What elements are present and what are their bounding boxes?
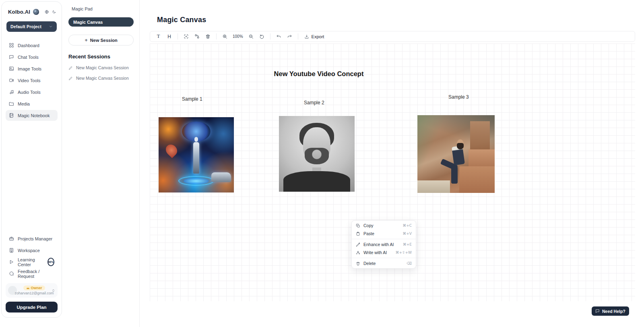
- sample-1-label[interactable]: Sample 1: [182, 96, 202, 102]
- sidebar-item-label: Magic Notebook: [18, 113, 50, 118]
- sidebar-nav: Dashboard Chat Tools Image Tools Video T…: [6, 40, 58, 121]
- sidebar-item-label: Video Tools: [18, 78, 40, 83]
- sidebar-item-label: Projects Manager: [18, 236, 52, 241]
- context-menu-divider: [352, 258, 416, 258]
- connector-icon: [194, 34, 200, 39]
- sidebar-item-audio-tools[interactable]: Audio Tools: [6, 87, 58, 97]
- export-button[interactable]: Export: [302, 32, 327, 41]
- zoom-out-button[interactable]: [246, 32, 256, 41]
- sidebar-item-label: Learning Center: [18, 257, 43, 267]
- shortcut-label: ⌫: [407, 261, 412, 265]
- sidebar-item-chat-tools[interactable]: Chat Tools: [6, 52, 58, 62]
- crown-icon: [26, 286, 30, 290]
- project-selector[interactable]: Default Project: [6, 21, 57, 32]
- plus-icon: +: [85, 37, 88, 43]
- sidebar-item-label: Chat Tools: [18, 55, 39, 60]
- user-email: zoharvan12@gmail.com: [14, 291, 54, 295]
- delete-tool-button[interactable]: [203, 32, 213, 41]
- upgrade-plan-button[interactable]: Upgrade Plan: [6, 302, 58, 313]
- magic-pad-item[interactable]: Magic Pad: [68, 6, 134, 12]
- media-folder-icon: [9, 101, 14, 106]
- pencil-icon: [68, 66, 73, 70]
- shortcut-label: ⌘+C: [402, 224, 412, 228]
- context-menu-item-paste[interactable]: Paste ⌘+V: [352, 230, 416, 238]
- paste-icon: [356, 232, 360, 236]
- sidebar-item-learning-center[interactable]: Learning Center 66%: [6, 257, 58, 267]
- sample-2-label[interactable]: Sample 2: [304, 100, 324, 106]
- sidebar-item-workspace[interactable]: Workspace: [6, 245, 58, 256]
- sidebar-item-image-tools[interactable]: Image Tools: [6, 63, 58, 74]
- chevron-up-down-icon: [52, 289, 55, 292]
- new-session-button[interactable]: + New Session: [68, 35, 134, 46]
- video-icon: [9, 78, 14, 83]
- globe-icon[interactable]: [45, 9, 49, 14]
- toolbar-separator: [216, 33, 217, 39]
- undo-button[interactable]: [274, 32, 283, 41]
- brain-logo-icon: [33, 9, 39, 15]
- sidebar-item-video-tools[interactable]: Video Tools: [6, 75, 58, 86]
- sample-3-label[interactable]: Sample 3: [448, 94, 469, 100]
- sparkles-icon: [356, 250, 360, 255]
- feedback-bubble-icon: [9, 271, 14, 276]
- chat-icon: [9, 54, 14, 60]
- need-help-button[interactable]: Need Help?: [592, 306, 629, 316]
- sidebar-item-projects-manager[interactable]: Projects Manager: [6, 233, 58, 244]
- canvas-title-text[interactable]: New Youtube Video Concept: [274, 70, 364, 78]
- canvas-image-man-on-steps[interactable]: [417, 115, 495, 193]
- toolbar-separator: [178, 33, 178, 39]
- zoom-in-icon: [222, 34, 227, 39]
- select-scan-button[interactable]: [182, 32, 191, 41]
- canvas-image-ai-robot[interactable]: [159, 117, 234, 192]
- sidebar-item-label: Image Tools: [18, 66, 41, 71]
- sidebar-item-label: Audio Tools: [18, 90, 41, 95]
- recent-sessions-title: Recent Sessions: [68, 54, 134, 60]
- page-title: Magic Canvas: [157, 16, 206, 24]
- need-help-label: Need Help?: [602, 309, 625, 314]
- download-icon: [304, 34, 309, 39]
- heading-tool-icon: H: [167, 34, 171, 39]
- toolbar-separator: [298, 33, 298, 39]
- sessions-panel: Magic Pad Magic Canvas + New Session Rec…: [63, 0, 140, 327]
- magic-canvas-item-selected[interactable]: Magic Canvas: [68, 17, 134, 27]
- shortcut-label: ⌘+⇧+W: [395, 250, 412, 255]
- session-item-label: New Magic Canvas Session: [76, 65, 129, 70]
- redo-button[interactable]: [285, 32, 294, 41]
- canvas-image-portrait[interactable]: [279, 116, 355, 192]
- sidebar: Kolbo.AI Default Project Dashboard Chat …: [1, 1, 62, 318]
- context-menu-item-copy[interactable]: Copy ⌘+C: [352, 221, 416, 230]
- magic-notebook-icon: [9, 113, 14, 118]
- sidebar-item-dashboard[interactable]: Dashboard: [6, 40, 58, 51]
- pencil-icon: [68, 76, 73, 81]
- rotate-icon: [259, 34, 264, 39]
- text-tool-button[interactable]: T: [154, 32, 163, 41]
- app-root: Kolbo.AI Default Project Dashboard Chat …: [0, 0, 644, 327]
- zoom-level[interactable]: 100%: [231, 34, 245, 39]
- dark-mode-moon-icon[interactable]: [52, 9, 56, 14]
- stone-step-shape: [470, 121, 490, 152]
- zoom-in-button[interactable]: [220, 32, 229, 41]
- sidebar-item-label: Dashboard: [18, 43, 39, 48]
- sidebar-item-magic-notebook[interactable]: Magic Notebook: [6, 110, 58, 121]
- portrait-shirt-shape: [283, 171, 350, 192]
- sidebar-item-feedback-request[interactable]: Feedback / Request: [6, 268, 58, 279]
- ai-car-shape: [211, 172, 231, 182]
- briefcase-icon: [9, 236, 14, 241]
- portrait-beard-shape: [305, 148, 329, 164]
- context-menu-item-write-with-ai[interactable]: Write with AI ⌘+⇧+W: [352, 248, 416, 257]
- heading-tool-button[interactable]: H: [165, 32, 174, 41]
- context-menu-divider: [352, 239, 416, 239]
- session-item[interactable]: New Magic Canvas Session: [68, 76, 134, 81]
- toolbar-separator: [270, 33, 270, 39]
- chevron-down-icon: [49, 25, 53, 29]
- context-menu-item-delete[interactable]: Delete ⌫: [352, 259, 416, 267]
- session-item[interactable]: New Magic Canvas Session: [68, 65, 134, 70]
- user-card[interactable]: Owner zoharvan12@gmail.com: [6, 283, 58, 298]
- session-item-label: New Magic Canvas Session: [76, 76, 129, 81]
- sidebar-item-media[interactable]: Media: [6, 98, 58, 109]
- connector-tool-button[interactable]: [192, 32, 202, 41]
- sidebar-footer-nav: Projects Manager Workspace Learning Cent…: [6, 233, 58, 279]
- undo-icon: [276, 34, 281, 39]
- canvas-toolbar: T H 100% Export: [150, 31, 635, 42]
- context-menu-item-enhance-with-ai[interactable]: Enhance with AI ⌘+E: [352, 240, 416, 248]
- reset-rotation-button[interactable]: [257, 32, 266, 41]
